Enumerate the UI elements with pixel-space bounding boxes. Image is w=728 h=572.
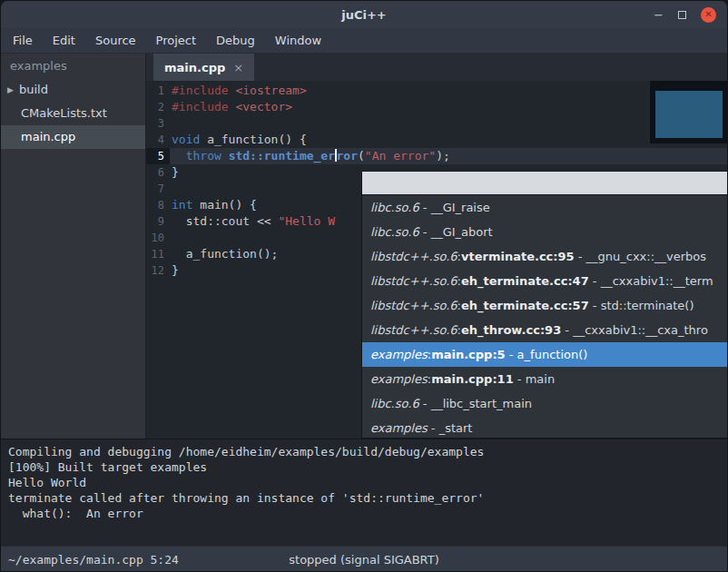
backtrace-segment: main.cpp:11 — [431, 372, 514, 386]
code-text: } — [170, 164, 179, 181]
code-text: } — [170, 262, 179, 279]
tooltip-inner — [655, 91, 723, 138]
code-line-5[interactable]: 5 throw std::runtime_error("An error"); — [146, 148, 727, 164]
menu-item-edit[interactable]: Edit — [43, 28, 85, 54]
code-line-4[interactable]: 4void a_function() { — [146, 132, 727, 148]
menu-item-project[interactable]: Project — [146, 28, 206, 54]
tab-close-icon[interactable]: × — [233, 61, 243, 74]
backtrace-segment: libstdc++.so.6 — [370, 323, 457, 337]
code-editor[interactable]: 1#include <iostream>2#include <vector>34… — [146, 81, 727, 439]
code-token: ); — [436, 149, 450, 163]
code-token: } — [172, 165, 179, 179]
backtrace-row-8[interactable]: libc.so.6 - __libc_start_main — [362, 391, 727, 416]
tab-main-cpp[interactable]: main.cpp × — [153, 54, 254, 81]
menu-item-file[interactable]: File — [3, 28, 43, 54]
code-token: throw — [186, 149, 221, 163]
backtrace-row-0[interactable]: libc.so.6 - __GI_raise — [362, 195, 727, 220]
terminal-line: Hello World — [8, 475, 720, 490]
line-number: 9 — [146, 213, 170, 230]
code-text: #include <vector> — [170, 99, 292, 115]
menu-item-debug[interactable]: Debug — [206, 28, 265, 54]
line-number: 5 — [146, 148, 170, 164]
backtrace-segment: libstdc++.so.6 — [370, 274, 457, 288]
menu-item-source[interactable]: Source — [85, 28, 146, 54]
code-text: a_function(); — [170, 246, 278, 262]
sidebar-item-main-cpp[interactable]: main.cpp — [1, 125, 145, 149]
code-token: #include — [172, 100, 229, 113]
code-token: #include — [172, 84, 229, 97]
backtrace-row-2[interactable]: libstdc++.so.6:vterminate.cc:95 - __gnu_… — [362, 244, 727, 269]
file-tree-panel: examples ▶buildCMakeLists.txtmain.cpp — [1, 54, 146, 439]
status-file-position: ~/examples/main.cpp 5:24 — [1, 553, 179, 567]
backtrace-segment: libc.so.6 — [370, 225, 419, 239]
code-text — [170, 115, 172, 132]
backtrace-segment: libc.so.6 — [370, 397, 419, 410]
backtrace-segment: - a_function() — [506, 348, 588, 361]
code-text — [170, 181, 172, 197]
main-area: examples ▶buildCMakeLists.txtmain.cpp ma… — [1, 54, 727, 439]
backtrace-row-9[interactable]: examples - _start — [362, 416, 727, 439]
line-number: 1 — [146, 83, 170, 99]
backtrace-segment: - _start — [428, 421, 473, 435]
restore-icon — [678, 11, 686, 19]
code-token — [172, 149, 186, 163]
code-line-1[interactable]: 1#include <iostream> — [146, 83, 727, 99]
terminal-line: [100%] Built target examples — [8, 459, 720, 475]
line-number: 8 — [146, 197, 170, 213]
code-text: throw std::runtime_error("An error"); — [170, 148, 450, 164]
code-token: main() { — [192, 198, 256, 212]
backtrace-segment: libstdc++.so.6 — [370, 299, 457, 312]
menu-bar: FileEditSourceProjectDebugWindow — [1, 28, 727, 54]
expander-icon[interactable]: ▶ — [7, 78, 14, 102]
tab-bar: main.cpp × — [146, 54, 727, 81]
file-tree: ▶buildCMakeLists.txtmain.cpp — [1, 78, 145, 149]
backtrace-row-4[interactable]: libstdc++.so.6:eh_terminate.cc:57 - std:… — [362, 293, 727, 318]
app-window: juCi++ − ✕ FileEditSourceProjectDebugWin… — [0, 0, 728, 572]
sidebar-item-label: main.cpp — [21, 125, 75, 149]
editor-zone: main.cpp × 1#include <iostream>2#include… — [146, 54, 727, 439]
backtrace-segment: examples — [370, 372, 428, 386]
backtrace-row-3[interactable]: libstdc++.so.6:eh_terminate.cc:47 - __cx… — [362, 269, 727, 293]
sidebar-item-cmakelists-txt[interactable]: CMakeLists.txt — [1, 102, 145, 125]
code-text: std::cout << "Hello W — [170, 213, 335, 230]
titlebar[interactable]: juCi++ − ✕ — [1, 1, 727, 28]
backtrace-list: libc.so.6 - __GI_raiselibc.so.6 - __GI_a… — [362, 195, 727, 439]
line-number: 4 — [146, 132, 170, 148]
output-terminal[interactable]: Compiling and debugging /home/eidheim/ex… — [1, 439, 727, 546]
close-icon: ✕ — [704, 10, 712, 19]
backtrace-filter-input[interactable] — [362, 172, 727, 195]
backtrace-segment: - __libc_start_main — [419, 397, 532, 410]
code-token: a_function() { — [200, 133, 306, 146]
window-title: juCi++ — [101, 8, 627, 22]
project-folder-label: examples — [1, 54, 145, 78]
code-token: <iostream> — [235, 84, 306, 97]
backtrace-segment: libc.so.6 — [370, 201, 419, 214]
backtrace-row-5[interactable]: libstdc++.so.6:eh_throw.cc:93 - __cxxabi… — [362, 318, 727, 342]
backtrace-row-6[interactable]: examples:main.cpp:5 - a_function() — [362, 342, 727, 367]
code-line-2[interactable]: 2#include <vector> — [146, 99, 727, 115]
code-line-3[interactable]: 3 — [146, 115, 727, 132]
code-token: ror — [337, 149, 358, 163]
close-button[interactable]: ✕ — [701, 7, 716, 23]
code-token: void — [172, 133, 200, 146]
code-token — [221, 149, 229, 163]
sidebar-item-label: build — [19, 78, 48, 102]
backtrace-popup: libc.so.6 - __GI_raiselibc.so.6 - __GI_a… — [361, 171, 727, 439]
code-text: #include <iostream> — [170, 83, 307, 99]
terminal-line: Compiling and debugging /home/eidheim/ex… — [8, 444, 720, 459]
restore-button[interactable] — [678, 9, 686, 21]
code-token: std::runtime_er — [229, 149, 335, 163]
backtrace-row-7[interactable]: examples:main.cpp:11 - main — [362, 367, 727, 391]
code-text: void a_function() { — [170, 132, 307, 148]
line-number: 11 — [146, 246, 170, 262]
window-controls: − ✕ — [627, 7, 727, 23]
sidebar-item-build[interactable]: ▶build — [1, 78, 145, 102]
backtrace-segment: examples — [370, 348, 428, 361]
status-bar: stopped (signal SIGABRT) ~/examples/main… — [1, 546, 727, 572]
line-number: 2 — [146, 99, 170, 115]
minimize-button[interactable]: − — [654, 9, 664, 21]
menu-item-window[interactable]: Window — [265, 28, 331, 54]
terminal-line: what(): An error — [8, 506, 720, 521]
code-token: int — [172, 198, 192, 212]
backtrace-row-1[interactable]: libc.so.6 - __GI_abort — [362, 220, 727, 244]
